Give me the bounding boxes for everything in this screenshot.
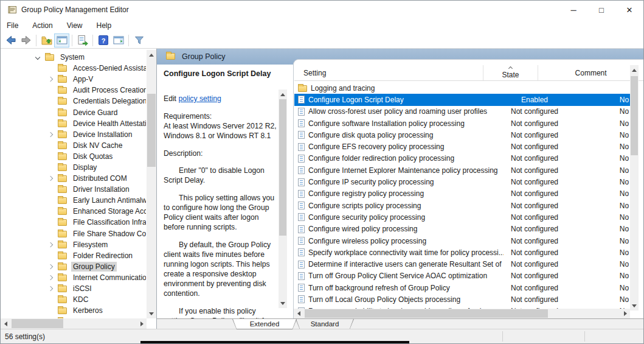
up-one-level-button[interactable] — [39, 33, 54, 47]
tree-item[interactable]: Credentials Delegation — [1, 96, 146, 107]
scroll-up-arrow-icon[interactable] — [630, 65, 639, 75]
tree-item[interactable]: Disk NV Cache — [1, 140, 146, 151]
tree-expand-chevron-icon[interactable] — [35, 55, 40, 60]
menu-help[interactable]: Help — [97, 19, 112, 32]
column-header-state[interactable]: State — [483, 65, 539, 80]
tree-item[interactable]: Driver Installation — [1, 184, 146, 195]
details-vertical-scrollbar[interactable] — [279, 90, 287, 308]
scroll-down-arrow-icon[interactable] — [279, 298, 287, 308]
table-row[interactable]: Configure security policy processing Not… — [294, 211, 632, 223]
tree-expand-chevron-icon[interactable] — [48, 176, 53, 181]
table-row[interactable]: Configure folder redirection policy proc… — [294, 153, 632, 164]
table-row[interactable]: Configure Internet Explorer Maintenance … — [294, 164, 632, 176]
tree-item[interactable]: Device Health Attestation Service — [1, 118, 146, 129]
menu-action[interactable]: Action — [32, 19, 52, 32]
row-icon — [298, 119, 305, 127]
tree-item[interactable]: Distributed COM — [1, 173, 146, 184]
setting-name: Allow cross-forest user policy and roami… — [308, 107, 487, 116]
tree-hscroll-thumb[interactable] — [12, 319, 63, 328]
show-action-pane-button[interactable] — [111, 33, 126, 47]
table-row[interactable]: Turn off Local Group Policy Objects proc… — [294, 293, 632, 305]
table-row[interactable]: Configure wired policy processing Not co… — [294, 223, 632, 235]
column-header-setting[interactable]: Setting — [294, 65, 483, 80]
tree-item[interactable]: Audit Process Creation — [1, 85, 146, 96]
tree-item[interactable]: Filesystem — [1, 239, 146, 250]
setting-cell: Configure scripts policy processing — [294, 202, 504, 210]
taskbar-edge — [140, 341, 409, 343]
setting-name: Configure software Installation policy p… — [308, 119, 465, 128]
edit-policy-setting-link[interactable]: policy setting — [178, 94, 221, 103]
scroll-down-arrow-icon[interactable] — [630, 301, 639, 311]
tree-horizontal-scrollbar[interactable] — [1, 318, 147, 329]
menu-view[interactable]: View — [67, 19, 83, 32]
table-row[interactable]: Configure software Installation policy p… — [294, 118, 632, 129]
scroll-up-arrow-icon[interactable] — [147, 50, 156, 60]
table-row[interactable]: Configure EFS recovery policy processing… — [294, 141, 632, 152]
tree-item[interactable]: Internet Communication Management — [1, 272, 146, 283]
scroll-down-arrow-icon[interactable] — [147, 309, 156, 318]
scroll-left-arrow-icon[interactable] — [294, 309, 303, 318]
tree-expand-chevron-icon[interactable] — [48, 242, 53, 247]
table-row[interactable]: Logging and tracing — [294, 82, 632, 94]
setting-comment: No — [566, 272, 632, 280]
tree-item[interactable]: Kerberos — [1, 305, 146, 316]
details-vscroll-thumb[interactable] — [279, 99, 286, 236]
tree-vertical-scrollbar[interactable] — [147, 50, 156, 318]
table-row[interactable]: Configure scripts policy processing Not … — [294, 200, 632, 211]
menu-file[interactable]: File — [7, 19, 18, 32]
tree-expand-chevron-icon[interactable] — [48, 77, 53, 82]
table-row[interactable]: Configure wireless policy processing Not… — [294, 235, 632, 247]
tree-item[interactable]: Enhanced Storage Access — [1, 206, 146, 217]
filter-button[interactable] — [131, 33, 147, 47]
tree-item[interactable]: Device Guard — [1, 107, 146, 118]
tree-expand-chevron-icon[interactable] — [48, 132, 53, 136]
table-vertical-scrollbar[interactable] — [630, 65, 639, 311]
tree-item[interactable]: Group Policy — [1, 261, 146, 272]
show-console-tree-button[interactable] — [54, 33, 69, 47]
title-bar: Group Policy Management Editor ─ □ ✕ — [1, 1, 643, 19]
table-row[interactable]: Configure Logon Script Delay Enabled No — [294, 94, 632, 105]
scroll-left-arrow-icon[interactable] — [1, 318, 10, 329]
tree-expand-chevron-icon[interactable] — [48, 275, 53, 280]
tree-vscroll-thumb[interactable] — [147, 94, 156, 167]
edit-prefix: Edit — [164, 94, 178, 103]
scroll-up-arrow-icon[interactable] — [279, 90, 287, 99]
help-button[interactable]: ? — [95, 33, 111, 47]
export-list-button[interactable] — [75, 33, 90, 47]
table-vscroll-thumb[interactable] — [631, 76, 638, 155]
back-button[interactable] — [3, 33, 18, 47]
tree-item[interactable]: KDC — [1, 294, 146, 305]
table-row[interactable]: Configure IP security policy processing … — [294, 176, 632, 188]
tree-item[interactable]: File Share Shadow Copy Provider — [1, 228, 146, 239]
table-horizontal-scrollbar[interactable] — [294, 309, 630, 318]
table-hscroll-thumb[interactable] — [305, 309, 548, 318]
table-row[interactable]: Determine if interactive users can gener… — [294, 258, 632, 270]
tree-item[interactable]: Early Launch Antimalware — [1, 195, 146, 206]
maximize-button[interactable]: □ — [587, 1, 615, 19]
tab-extended[interactable]: Extended — [232, 319, 297, 329]
tree-item[interactable]: Device Installation — [1, 129, 146, 140]
scroll-right-arrow-icon[interactable] — [137, 318, 147, 329]
tree-item[interactable]: iSCSI — [1, 283, 146, 294]
scroll-right-arrow-icon[interactable] — [620, 309, 630, 318]
table-row[interactable]: Allow cross-forest user policy and roami… — [294, 106, 632, 118]
tree-item[interactable]: System — [1, 52, 146, 63]
minimize-button[interactable]: ─ — [559, 1, 587, 19]
tree-item[interactable]: App-V — [1, 74, 146, 85]
tree-expand-chevron-icon[interactable] — [48, 264, 53, 269]
tree-item[interactable]: Folder Redirection — [1, 250, 146, 261]
tree-item[interactable]: Disk Quotas — [1, 151, 146, 162]
table-row[interactable]: Specify workplace connectivity wait time… — [294, 247, 632, 258]
tree-expand-chevron-icon[interactable] — [48, 286, 53, 291]
table-row[interactable]: Turn off Group Policy Client Service AOA… — [294, 270, 632, 282]
close-button[interactable]: ✕ — [615, 1, 643, 19]
tab-standard[interactable]: Standard — [296, 319, 354, 329]
table-row[interactable]: Configure registry policy processing Not… — [294, 188, 632, 200]
column-header-comment[interactable]: Comment — [538, 65, 643, 80]
tree-item[interactable]: Display — [1, 162, 146, 173]
tree-item[interactable]: File Classification Infrastructure — [1, 217, 146, 228]
forward-button[interactable] — [18, 33, 33, 47]
table-row[interactable]: Turn off background refresh of Group Pol… — [294, 282, 632, 293]
table-row[interactable]: Configure disk quota policy processing N… — [294, 129, 632, 141]
tree-item[interactable]: Access-Denied Assistance — [1, 63, 146, 74]
